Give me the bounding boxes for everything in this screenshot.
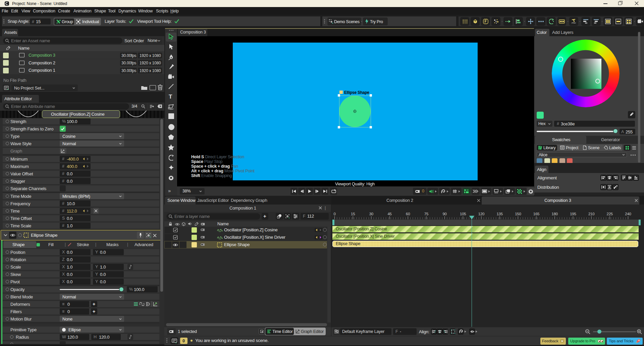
- svg-text:225: 225: [607, 212, 613, 216]
- svg-text:210: 210: [588, 212, 594, 216]
- svg-text:30: 30: [369, 212, 373, 216]
- svg-text:0: 0: [333, 212, 335, 216]
- svg-text:240: 240: [625, 212, 631, 216]
- svg-text:150: 150: [515, 212, 521, 216]
- svg-text:180: 180: [552, 212, 558, 216]
- svg-text:135: 135: [496, 212, 502, 216]
- svg-text:165: 165: [533, 212, 539, 216]
- svg-text:90: 90: [442, 212, 446, 216]
- svg-text:105: 105: [460, 212, 466, 216]
- svg-text:60: 60: [406, 212, 410, 216]
- svg-text:45: 45: [387, 212, 391, 216]
- svg-text:75: 75: [424, 212, 428, 216]
- svg-text:15: 15: [351, 212, 355, 216]
- svg-text:120: 120: [478, 212, 484, 216]
- svg-text:195: 195: [570, 212, 576, 216]
